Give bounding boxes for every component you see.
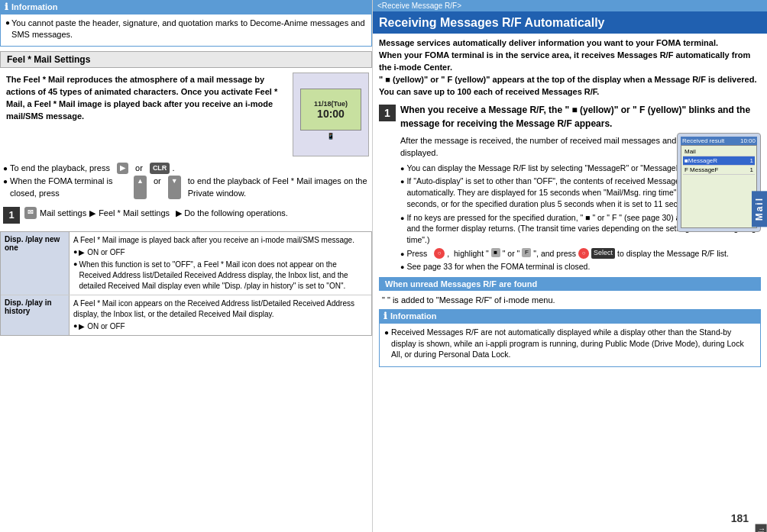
- info-box-right: Received Messages R/F are not automatica…: [379, 323, 761, 367]
- table-sub-1-0: ▶ ON or OFF: [73, 247, 367, 258]
- clr-icon: CLR: [150, 163, 170, 174]
- info-banner-left: Information: [0, 0, 372, 14]
- phone-row-label-2: F MessageF: [684, 166, 718, 173]
- settings-table: Disp. /play new one A Feel * Mail image …: [0, 231, 372, 336]
- phone-header-right: 10:00: [740, 137, 756, 144]
- right-panel: <Receive Message R/F> Receiving Messages…: [373, 0, 767, 532]
- phone-row-val-1: 1: [750, 157, 753, 164]
- mail-icon: ✉: [24, 207, 37, 219]
- step-1-number: 1: [3, 207, 20, 224]
- up-btn: ▲: [134, 176, 147, 199]
- receive-label: <Receive Message R/F>: [373, 0, 767, 11]
- select-icon: Select: [591, 248, 615, 260]
- phone-row-label-1: ■MessageR: [684, 157, 717, 164]
- circle-button-2-icon: ○: [578, 248, 589, 259]
- mail-sidebar-tab: Mail: [752, 191, 767, 227]
- table-content-1: A Feel * Mail image is played back after…: [70, 232, 371, 295]
- phone-image-left: 11/18(Tue) 10:00 📱: [293, 73, 369, 156]
- down-btn: ▼: [168, 176, 181, 199]
- right-body: Message services automatically deliver i…: [373, 34, 767, 532]
- phone-row-1: ■MessageR 1: [683, 156, 755, 166]
- phone-row-0: Mail: [683, 147, 755, 156]
- feel-mail-section-header: Feel * Mail Settings: [0, 51, 372, 68]
- msg-r-icon: ■: [491, 248, 500, 257]
- phone-body-left: 📱: [327, 133, 335, 140]
- phone-row-val-2: 1: [750, 166, 753, 173]
- intro-text: Message services automatically deliver i…: [379, 37, 761, 98]
- table-label-2: Disp. /play in history: [1, 295, 70, 335]
- intro-line4: You can save up to 100 each of received …: [379, 86, 761, 98]
- when-unread-header: When unread Messages R/F are found: [379, 277, 761, 291]
- phone-right: Received result 10:00 Mail ■MessageR 1 F…: [677, 133, 761, 232]
- right-bullet-4: See page 33 for when the FOMA terminal i…: [400, 261, 761, 272]
- intro-line3: " ■ (yellow)" or " F (yellow)" appears a…: [379, 74, 761, 86]
- phone-right-header: Received result 10:00: [681, 137, 757, 145]
- press-text: Press: [406, 248, 427, 260]
- info-banner-right: Information: [379, 309, 761, 323]
- intro-line2: When your FOMA terminal is in the servic…: [379, 50, 761, 74]
- table-content-2: A Feel * Mail icon appears on the Receiv…: [70, 295, 371, 335]
- table-row-2: Disp. /play in history A Feel * Mail ico…: [1, 295, 371, 335]
- bullet-item-2: When the FOMA terminal is closed, press …: [3, 176, 369, 199]
- phone-screen-left: 11/18(Tue) 10:00: [300, 89, 361, 131]
- info-box-left: You cannot paste the header, signature, …: [0, 14, 372, 47]
- info-bullet-right: Received Messages R/F are not automatica…: [384, 327, 756, 360]
- phone-right-screen: Mail ■MessageR 1 F MessageF 1: [681, 145, 757, 228]
- table-row-1: Disp. /play new one A Feel * Mail image …: [1, 232, 371, 295]
- step-1-text-right: When you receive a Message R/F, the " ■ …: [400, 103, 761, 131]
- step-1-content: ✉ Mail settings ▶ Feel * Mail settings ▶…: [24, 207, 288, 220]
- step-1-right: 1 When you receive a Message R/F, the " …: [379, 103, 761, 131]
- table-label-1: Disp. /play new one: [1, 232, 70, 295]
- unread-text: " " is added to "Message R/F" of i-mode …: [379, 294, 761, 306]
- intro-line1: Message services automatically deliver i…: [379, 37, 761, 50]
- table-sub-1-1: When this function is set to "OFF", a Fe…: [73, 260, 367, 292]
- continued-label: Continued↓: [756, 524, 767, 532]
- left-panel: Information You cannot paste the header,…: [0, 0, 373, 532]
- bullet-list-left: To end the playback, press ▶ or CLR. Whe…: [0, 161, 372, 202]
- info-text-left: You cannot paste the header, signature, …: [5, 18, 367, 41]
- phone-header-left: Received result: [682, 137, 724, 144]
- phone-time: 10:00: [317, 108, 345, 120]
- page-number: 181: [731, 512, 749, 524]
- info-banner-label-right: Information: [390, 311, 437, 321]
- info-banner-label-left: Information: [11, 2, 58, 11]
- step-1-left: 1 ✉ Mail settings ▶ Feel * Mail settings…: [3, 207, 369, 224]
- msg-f-icon: F: [522, 248, 531, 257]
- phone-row-label-0: Mail: [684, 148, 696, 155]
- circle-button-icon: ○: [434, 248, 445, 259]
- step-1-num-right: 1: [379, 105, 396, 121]
- phone-row-2: F MessageF 1: [683, 166, 755, 175]
- table-sub-2-0: ▶ ON or OFF: [73, 321, 367, 332]
- play-icon: ▶: [117, 163, 128, 174]
- receive-title: Receiving Messages R/F Automatically: [373, 11, 767, 34]
- phone-date: 11/18(Tue): [314, 100, 348, 108]
- right-bullet-3: Press ○, highlight "■" or "F", and press…: [400, 248, 761, 260]
- bullet-item-1: To end the playback, press ▶ or CLR.: [3, 163, 369, 174]
